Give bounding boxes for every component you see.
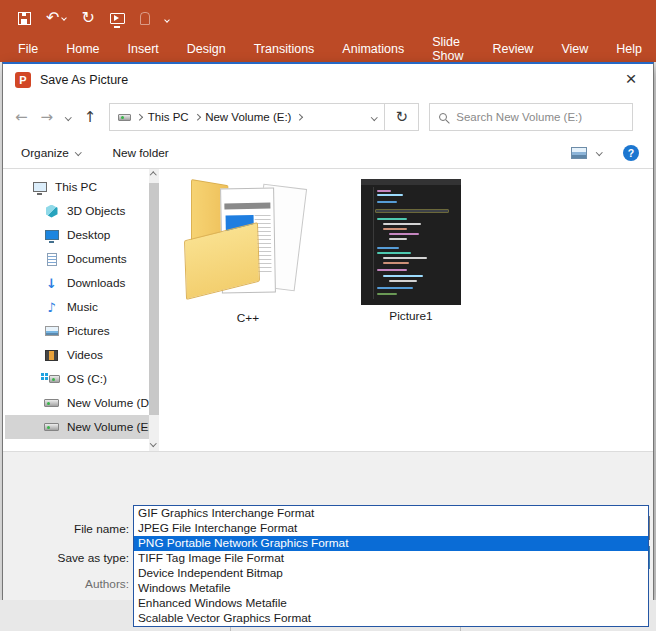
quick-access-toolbar: ↶ ↻ — [18, 6, 169, 30]
dialog-title: Save As Picture — [40, 73, 128, 87]
drive-icon — [43, 419, 60, 435]
navigation-pane: This PC 3D Objects Desktop Documents ↓Do… — [5, 175, 149, 439]
back-button[interactable]: ← — [15, 110, 28, 125]
refresh-icon: ↻ — [395, 110, 408, 125]
recent-locations-icon[interactable] — [65, 114, 71, 120]
repeat-icon: ↻ — [81, 10, 94, 26]
documents-icon — [43, 251, 60, 267]
sidebar-item-desktop[interactable]: Desktop — [5, 223, 149, 247]
up-button[interactable]: ↑ — [84, 110, 97, 125]
folder-icon — [169, 177, 324, 307]
slideshow-icon — [110, 13, 125, 24]
chevron-right-icon — [296, 114, 302, 120]
sidebar-item-downloads[interactable]: ↓Downloads — [5, 271, 149, 295]
ribbon-tab-transitions[interactable]: Transitions — [240, 36, 329, 62]
powerpoint-icon: P — [15, 72, 31, 88]
command-toolbar: Organize New folder ? — [3, 137, 653, 169]
chevron-right-icon — [136, 114, 142, 120]
music-icon: ♪ — [43, 299, 60, 315]
scroll-down-icon[interactable] — [150, 440, 156, 446]
save-icon — [18, 12, 31, 25]
refresh-button[interactable]: ↻ — [385, 103, 419, 131]
file-name-label: File name: — [3, 522, 129, 536]
breadcrumb[interactable]: This PC New Volume (E:) — [109, 103, 385, 131]
dropdown-item-svg[interactable]: Scalable Vector Graphics Format — [134, 611, 648, 626]
ribbon-tab-review[interactable]: Review — [478, 36, 547, 62]
sidebar-item-this-pc[interactable]: This PC — [5, 175, 149, 199]
drive-icon — [43, 395, 60, 411]
ribbon-tab-design[interactable]: Design — [173, 36, 240, 62]
this-pc-icon — [31, 179, 48, 195]
customize-qat-icon — [165, 11, 169, 25]
file-browser-area: This PC 3D Objects Desktop Documents ↓Do… — [3, 169, 653, 451]
sidebar-item-os-c[interactable]: OS (C:) — [5, 367, 149, 391]
close-button[interactable]: × — [609, 64, 653, 94]
search-placeholder: Search New Volume (E:) — [456, 111, 582, 123]
dropdown-item-emf[interactable]: Enhanced Windows Metafile — [134, 596, 648, 611]
sidebar-item-3d-objects[interactable]: 3D Objects — [5, 199, 149, 223]
ribbon-tabs: File Home Insert Design Transitions Anim… — [4, 36, 656, 62]
3d-objects-icon — [43, 203, 60, 219]
file-item-image[interactable]: Picture1 — [359, 179, 463, 323]
downloads-icon: ↓ — [43, 275, 60, 291]
start-slideshow-button[interactable] — [110, 7, 125, 29]
desktop-icon — [43, 227, 60, 243]
save-as-type-label: Save as type: — [3, 551, 129, 565]
address-dropdown-icon[interactable] — [371, 114, 377, 120]
dropdown-item-gif[interactable]: GIF Graphics Interchange Format — [134, 506, 648, 521]
scroll-up-icon[interactable] — [150, 172, 156, 178]
change-view-icon[interactable] — [571, 147, 587, 159]
breadcrumb-this-pc[interactable]: This PC — [148, 111, 189, 123]
ribbon-tab-insert[interactable]: Insert — [114, 36, 173, 62]
annotate-button-disabled — [140, 7, 150, 29]
file-label: Picture1 — [359, 309, 463, 323]
ribbon-tab-file[interactable]: File — [4, 36, 52, 62]
dropdown-item-wmf[interactable]: Windows Metafile — [134, 581, 648, 596]
chevron-right-icon — [194, 114, 200, 120]
navigation-bar: ← → ↑ This PC New Volume (E:) ↻ Search N… — [3, 97, 653, 137]
pictures-icon — [43, 323, 60, 339]
new-folder-button[interactable]: New folder — [112, 146, 168, 160]
image-thumbnail — [361, 179, 461, 305]
save-button[interactable] — [18, 7, 31, 29]
os-drive-icon — [43, 371, 60, 387]
organize-button[interactable]: Organize — [21, 146, 80, 160]
chevron-down-icon — [75, 149, 81, 155]
help-icon[interactable]: ? — [623, 145, 639, 161]
ribbon-tab-view[interactable]: View — [547, 36, 602, 62]
sidebar-item-music[interactable]: ♪Music — [5, 295, 149, 319]
sidebar-item-new-volume-d[interactable]: New Volume (D:) — [5, 391, 149, 415]
view-dropdown-icon[interactable] — [596, 149, 602, 155]
powerpoint-titlebar: ↶ ↻ File Home Insert Design Transitions … — [0, 0, 656, 62]
forward-button[interactable]: → — [41, 110, 54, 125]
sidebar-item-pictures[interactable]: Pictures — [5, 319, 149, 343]
undo-dropdown-icon — [62, 15, 68, 21]
customize-qat-button[interactable] — [165, 7, 169, 29]
undo-icon: ↶ — [46, 10, 59, 26]
ribbon-tab-slideshow[interactable]: Slide Show — [418, 36, 478, 62]
dropdown-item-png[interactable]: PNG Portable Network Graphics Format — [134, 536, 648, 551]
annotate-icon — [140, 12, 150, 25]
breadcrumb-new-volume-e[interactable]: New Volume (E:) — [205, 111, 291, 123]
search-icon — [439, 113, 447, 121]
ribbon-tab-home[interactable]: Home — [52, 36, 113, 62]
scrollbar-thumb[interactable] — [149, 183, 159, 415]
dialog-titlebar: P Save As Picture × — [3, 64, 653, 96]
search-input[interactable]: Search New Volume (E:) — [429, 103, 633, 131]
ribbon-tab-help[interactable]: Help — [602, 36, 656, 62]
file-label: C++ — [169, 311, 327, 325]
sidebar-scrollbar[interactable] — [149, 169, 159, 451]
save-as-type-dropdown: GIF Graphics Interchange Format JPEG Fil… — [133, 505, 649, 627]
file-item-folder[interactable]: C++ — [169, 177, 327, 325]
authors-label: Authors: — [3, 577, 129, 591]
dropdown-item-dib[interactable]: Device Independent Bitmap — [134, 566, 648, 581]
ribbon-tab-animations[interactable]: Animations — [328, 36, 418, 62]
videos-icon — [43, 347, 60, 363]
undo-button[interactable]: ↶ — [46, 7, 66, 29]
repeat-button[interactable]: ↻ — [81, 7, 94, 29]
dropdown-item-jpeg[interactable]: JPEG File Interchange Format — [134, 521, 648, 536]
sidebar-item-documents[interactable]: Documents — [5, 247, 149, 271]
sidebar-item-new-volume-e[interactable]: New Volume (E:) — [5, 415, 149, 439]
dropdown-item-tiff[interactable]: TIFF Tag Image File Format — [134, 551, 648, 566]
sidebar-item-videos[interactable]: Videos — [5, 343, 149, 367]
